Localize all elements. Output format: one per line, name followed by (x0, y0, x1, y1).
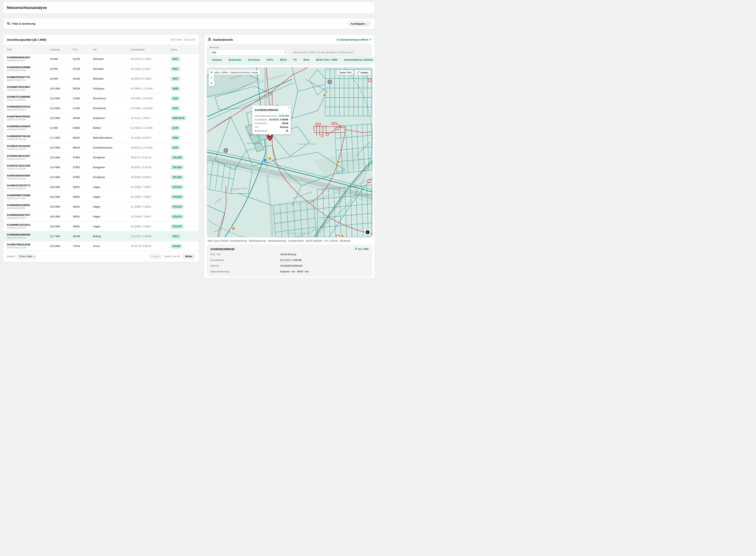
yellow-marker[interactable] (268, 157, 272, 160)
table-row[interactable]: SAN906965719486 SAN906965719486 16,8 MW … (3, 192, 199, 202)
map-zoom-out-button[interactable]: − (209, 75, 214, 80)
yellow-marker[interactable] (340, 234, 344, 237)
koordinaten-cell: 53.53991, 10.50453 (130, 97, 169, 100)
table-row[interactable]: SAN954741018193 SAN954741018193 10,5 MW … (3, 143, 199, 153)
map[interactable]: ProsperstraßeSieNachklärbeckenEmscherEms… (207, 67, 373, 237)
table-row[interactable]: SAN942804544000 SAN942804544000 13,4 MW … (3, 172, 199, 182)
layer-chip[interactable]: Bodenwert (226, 57, 244, 63)
plz-cell: 74744 (72, 245, 92, 248)
ort-cell: Bottrop (92, 235, 130, 238)
table-row[interactable]: SAN976715313196 SAN976715313196 13,4 MW … (3, 163, 199, 172)
table-row[interactable]: SAN985382927537 SAN985382927537 16,8 MW … (3, 212, 199, 221)
koordinaten-cell: 51.32866, 7.55561 (130, 205, 169, 208)
koordinaten-cell: 49.48779, 9.56100 (130, 245, 169, 248)
table-row[interactable]: SAN904753076773 SAN904753076773 16,8 MW … (3, 182, 199, 192)
layer-chip[interactable]: BESS (277, 57, 289, 63)
table-row[interactable]: SAN950953576315 SAN950953576315 11,8 MW … (3, 103, 199, 113)
col-nap[interactable]: NAP (3, 48, 49, 51)
plz-cell: 97953 (72, 176, 92, 179)
plz-cell: 58091 (72, 215, 92, 218)
table-row[interactable]: SAN999511672014 SAN999511672014 16,8 MW … (3, 221, 199, 232)
detail-row-value: SAN926810990440 (280, 264, 368, 267)
yellow-marker[interactable] (232, 227, 235, 230)
layer-chip[interactable]: PV (291, 57, 299, 63)
substation-marker[interactable] (341, 126, 344, 128)
gray-marker[interactable] (224, 148, 228, 152)
map-canvas[interactable]: ProsperstraßeSieNachklärbeckenEmscherEms… (207, 68, 372, 237)
table-row[interactable]: SAN959453338591 SAN959453338591 16,8 MW … (3, 202, 199, 212)
popup-close-icon[interactable]: × (288, 106, 289, 109)
plz-cell: 97953 (72, 156, 92, 159)
substation-marker[interactable] (331, 122, 334, 125)
filter-toggle[interactable]: Filter & Sortierung (7, 22, 35, 25)
app-header: Netzanschlussanalyse (3, 2, 375, 14)
updown-icon: ▴▾ (33, 256, 34, 257)
substation-marker[interactable] (334, 122, 337, 125)
substation-marker[interactable] (326, 133, 328, 136)
col-score[interactable]: Score (169, 48, 199, 51)
table-row[interactable]: SAN968406301827 SAN968406301827 18 MW 52… (3, 54, 199, 64)
map-attribution-button[interactable]: i (365, 229, 370, 235)
page-size-select[interactable]: 20 pro Seite ▴▾ (17, 254, 36, 259)
layer-chip[interactable]: Wind (301, 57, 312, 63)
next-page-button[interactable]: Weiter (182, 254, 195, 259)
nap-sub-id: SAN968406301827 (7, 59, 47, 62)
nap-id: SAN926810990440 (7, 233, 47, 237)
table-row[interactable]: SAN980726314851 SAN980726314851 10,4 MW … (3, 84, 199, 94)
layer-chip[interactable]: BESS Filter >1MW (314, 57, 340, 63)
page-info: Seite 1 von 40 (164, 255, 180, 258)
fullscreen-button[interactable]: Vollbild (355, 70, 370, 75)
map-section-title: Kartenbereich (213, 38, 233, 41)
filter-bar: Filter & Sortierung Ausklappen ⌄ (3, 18, 375, 29)
table-row[interactable]: SAN987563527741 SAN987563527741 18 MW 52… (3, 74, 199, 84)
substation-marker[interactable] (315, 123, 318, 126)
map-compass-button[interactable]: ▲▼ (209, 80, 214, 86)
ort-cell: Hagen (92, 225, 130, 228)
layer-chip[interactable]: Gewerbeflächen (2000m) (341, 57, 375, 63)
prev-page-button[interactable]: Zurück (149, 254, 162, 259)
blue-marker[interactable] (263, 158, 267, 162)
col-plz[interactable]: PLZ (72, 48, 92, 51)
table-row[interactable]: SAN926810990440 SAN926810990440 22,7 MW … (3, 232, 199, 241)
table-row[interactable]: SAN969365746148 SAN969365746148 17,3 MW … (3, 133, 199, 143)
table-row[interactable]: SAN979943795284 SAN979943795284 12,6 MW … (3, 113, 199, 123)
detail-title: SAN926810990440 (210, 248, 235, 251)
plz-cell: 97953 (72, 166, 92, 169)
col-leistung[interactable]: Leistung (49, 48, 72, 51)
substation-marker[interactable] (336, 128, 338, 130)
layer-chip[interactable]: NAPs (264, 57, 276, 63)
table-row[interactable]: SAN968915208839 SAN968915208839 12 MW 04… (3, 123, 199, 133)
yellow-marker[interactable] (323, 93, 326, 97)
radius-input[interactable]: Radiusansicht: 2000m um den gewählten An… (291, 49, 356, 55)
basemap-select[interactable]: Hell ▴▾ (210, 49, 288, 55)
layer-chip[interactable]: Stromnetz (246, 57, 263, 63)
layer-chip[interactable]: Kataster (210, 57, 224, 63)
substation-marker[interactable] (318, 123, 321, 126)
nap-sub-id: SAN987563527741 (7, 79, 47, 82)
popup-row-value: NI (286, 130, 288, 132)
map-zoom-in-button[interactable]: + (209, 70, 214, 75)
expand-filters-button[interactable]: Ausklappen ⌄ (348, 21, 371, 27)
table-row[interactable]: SAN957492414238 SAN957492414238 13,9 MW … (3, 241, 199, 251)
ort-cell: Königheim (92, 176, 130, 179)
open-standortanalyse-link[interactable]: In Standortanalyse öffnen ↗ (337, 38, 371, 41)
table-row[interactable]: SAN946148123167 SAN946148123167 13,4 MW … (3, 153, 199, 163)
detail-row: Koordinaten 51.51327, 6.98298 (210, 257, 368, 263)
popup-row: Ort: Bottrop (255, 126, 288, 128)
leistung-cell: 13,4 MW (49, 176, 72, 179)
col-ort[interactable]: Ort (92, 48, 130, 51)
pagination: Ansicht 20 pro Seite ▴▾ Zurück Seite 1 v… (3, 251, 199, 262)
ort-cell: Hagen (92, 185, 130, 188)
table-row[interactable]: SAN945834339998 SAN945834339998 18 MW 52… (3, 64, 199, 74)
ringed-marker[interactable] (368, 78, 371, 82)
col-koordinaten[interactable]: Koordinaten (130, 48, 169, 51)
leistung-cell: 13,9 MW (49, 245, 72, 248)
ringed-marker[interactable] (336, 235, 339, 237)
table-row[interactable]: SAN967521890995 SAN967521890995 12,6 MW … (3, 94, 199, 103)
substation-marker[interactable] (321, 135, 323, 137)
leistung-cell: 16,8 MW (49, 205, 72, 208)
ringed-marker[interactable] (368, 179, 371, 182)
yellow-marker[interactable] (336, 160, 340, 164)
ort-cell: Hagen (92, 215, 130, 218)
gray-marker[interactable] (328, 80, 332, 84)
